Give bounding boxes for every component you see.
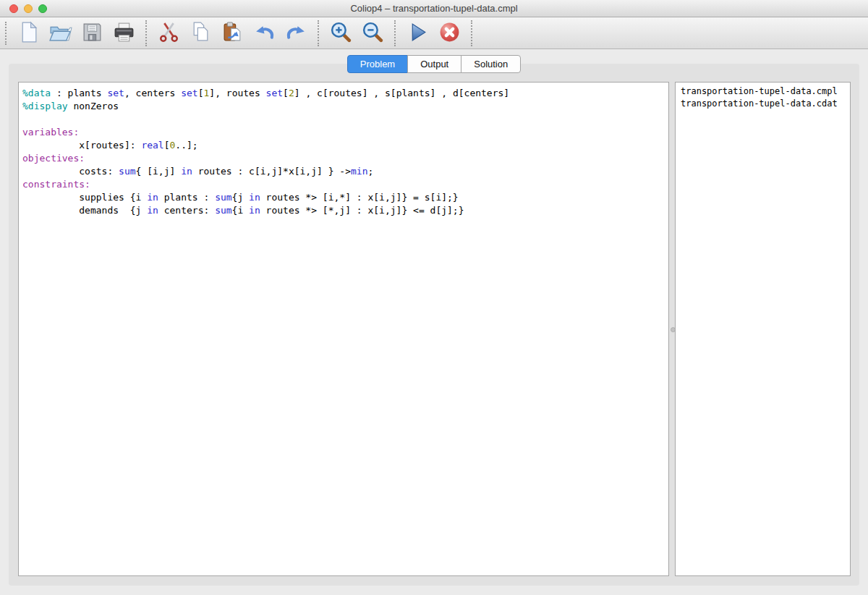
toolbar-separator: [471, 20, 472, 46]
save-floppy-icon: [80, 20, 104, 46]
save-button[interactable]: [76, 19, 108, 48]
tab-bar: ProblemOutputSolution: [0, 55, 868, 72]
run-button[interactable]: [401, 19, 433, 48]
content-frame: %data : plants set, centers set[1], rout…: [9, 64, 859, 586]
toolbar: [0, 17, 868, 49]
stop-button[interactable]: [433, 19, 465, 48]
tab-problem[interactable]: Problem: [347, 55, 408, 73]
print-button[interactable]: [108, 19, 140, 48]
run-play-icon: [406, 20, 430, 46]
toolbar-separator: [318, 20, 319, 46]
file-panel[interactable]: transportation-tupel-data.cmpltransporta…: [675, 82, 851, 576]
undo-button[interactable]: [248, 19, 280, 48]
paste-clipboard-icon: [221, 20, 244, 46]
new-document-icon: [17, 20, 41, 46]
title-bar: Coliop4 – transportation-tupel-data.cmpl: [0, 0, 868, 17]
zoom-in-button[interactable]: [325, 19, 357, 48]
tab-solution[interactable]: Solution: [461, 55, 521, 73]
code-lines: %data : plants set, centers set[1], rout…: [19, 83, 668, 221]
cut-button[interactable]: [153, 19, 184, 48]
window-title: Coliop4 – transportation-tupel-data.cmpl: [0, 0, 868, 17]
toolbar-separator: [394, 20, 396, 46]
print-icon: [112, 20, 136, 46]
tab-output[interactable]: Output: [407, 55, 461, 73]
file-list-item[interactable]: transportation-tupel-data.cmpl: [681, 85, 845, 98]
toolbar-separator: [145, 20, 147, 46]
paste-button[interactable]: [216, 19, 248, 48]
zoom-out-icon: [361, 20, 385, 46]
redo-button[interactable]: [280, 19, 312, 48]
zoom-in-icon: [329, 20, 353, 46]
redo-arrow-icon: [284, 20, 308, 46]
file-list: transportation-tupel-data.cmpltransporta…: [676, 83, 850, 113]
copy-icon: [189, 20, 213, 46]
stop-cancel-icon: [438, 20, 461, 46]
code-editor[interactable]: %data : plants set, centers set[1], rout…: [18, 82, 669, 576]
open-folder-icon: [48, 20, 72, 46]
app-window: Coliop4 – transportation-tupel-data.cmpl: [0, 0, 868, 595]
new-file-button[interactable]: [12, 19, 44, 48]
open-file-button[interactable]: [44, 19, 76, 48]
cut-scissors-icon: [157, 20, 181, 46]
undo-arrow-icon: [252, 20, 276, 46]
toolbar-drag-handle[interactable]: [5, 22, 7, 45]
zoom-out-button[interactable]: [357, 19, 388, 48]
copy-button[interactable]: [184, 19, 216, 48]
file-list-item[interactable]: transportation-tupel-data.cdat: [681, 98, 845, 110]
